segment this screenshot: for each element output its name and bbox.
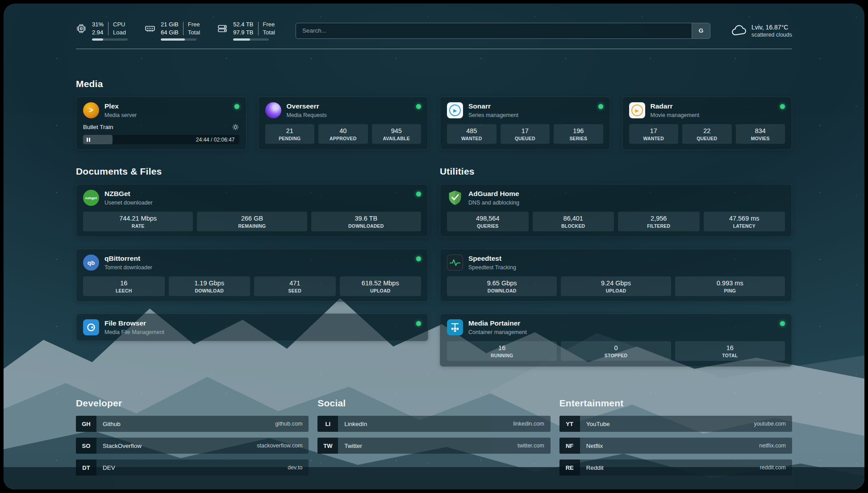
status-dot xyxy=(780,104,785,109)
card-sonarr: ▶ Sonarr Series management 485WANTED 17Q… xyxy=(440,96,610,150)
adguard-shield-icon xyxy=(447,190,463,206)
bookmark-abbr: GH xyxy=(76,416,96,432)
playback-progress-bar: 24:44 / 02:06:47 xyxy=(83,135,239,144)
stat-available: 945AVAILABLE xyxy=(372,124,421,144)
pause-button[interactable] xyxy=(87,138,90,142)
plex-now-playing: Bullet Train 24:44 / 02:06:47 xyxy=(83,123,239,144)
bookmark-abbr: NF xyxy=(559,438,580,454)
bookmark-abbr: YT xyxy=(559,416,580,432)
stat-leech: 16LEECH xyxy=(83,276,165,296)
filebrowser-icon xyxy=(83,319,99,335)
nzbget-app-link[interactable]: nzbget NZBGet Usenet downloader xyxy=(83,190,421,206)
speedtest-app-link[interactable]: Speedtest Speedtest Tracking xyxy=(447,255,785,271)
storage-label-top: Free xyxy=(263,21,275,29)
app-subtitle: Media Requests xyxy=(287,112,327,118)
cloud-icon xyxy=(731,24,747,38)
bookmark-name: YouTube xyxy=(580,416,754,432)
stat-download: 1.19 GbpsDOWNLOAD xyxy=(169,276,250,296)
bookmarks-social: Social LI LinkedIn linkedin.com TW Twitt… xyxy=(317,398,550,481)
stat-wanted: 17WANTED xyxy=(629,124,679,144)
overseerr-app-link[interactable]: Overseerr Media Requests xyxy=(265,102,421,118)
bookmark-youtube[interactable]: YT YouTube youtube.com xyxy=(559,416,792,432)
plex-app-link[interactable]: > Plex Media server xyxy=(83,102,239,118)
portainer-app-link[interactable]: Media Portainer Container management xyxy=(447,319,785,335)
cpu-percent: 31% xyxy=(92,21,104,29)
bookmark-url: netflix.com xyxy=(759,438,792,454)
weather-location: Lviv, 16.87°C xyxy=(751,24,792,31)
stat-approved: 40APPROVED xyxy=(318,124,368,144)
sonarr-app-link[interactable]: ▶ Sonarr Series management xyxy=(447,102,603,118)
bookmark-github[interactable]: GH Github github.com xyxy=(76,416,309,432)
bookmark-abbr: RE xyxy=(559,460,580,476)
dashboard-page: 31% 2.94 CPU Load xyxy=(4,4,864,489)
stat-remaining: 266 GBREMAINING xyxy=(197,212,307,231)
cpu-label-bottom: Load xyxy=(113,29,126,37)
bookmark-linkedin[interactable]: LI LinkedIn linkedin.com xyxy=(317,416,550,432)
section-title-documents: Documents & Files xyxy=(76,166,428,177)
bookmark-name: Twitter xyxy=(338,438,517,454)
section-documents: Documents & Files nzbget NZBGet Usenet d… xyxy=(76,166,428,367)
bookmark-netflix[interactable]: NF Netflix netflix.com xyxy=(559,438,792,454)
section-utilities: Utilities AdGuard Home xyxy=(440,166,792,367)
gear-icon[interactable] xyxy=(232,123,239,131)
stat-download: 9.65 GbpsDOWNLOAD xyxy=(447,276,557,296)
stat-latency: 47.569 msLATENCY xyxy=(704,212,785,231)
speedtest-pulse-icon xyxy=(447,255,463,271)
stat-queued: 22QUEUED xyxy=(682,124,732,144)
cpu-chip-icon xyxy=(76,23,87,34)
bookmark-dev[interactable]: DT DEV dev.to xyxy=(76,460,309,476)
bookmark-name: Reddit xyxy=(580,460,760,476)
now-playing-title: Bullet Train xyxy=(83,124,113,130)
storage-metric: 52.4 TB 97.9 TB Free Total xyxy=(217,21,275,41)
divider xyxy=(258,22,259,35)
adguard-app-link[interactable]: AdGuard Home DNS and adblocking xyxy=(447,190,785,206)
bookmark-name: StackOverflow xyxy=(96,438,257,454)
topbar-divider xyxy=(76,49,792,49)
app-name: Radarr xyxy=(651,102,700,111)
nzbget-icon: nzbget xyxy=(83,190,99,206)
bookmark-name: Netflix xyxy=(580,438,760,454)
status-dot xyxy=(416,192,421,196)
app-subtitle: Movie management xyxy=(651,112,700,118)
search-provider-button[interactable]: G xyxy=(692,23,710,39)
drive-icon xyxy=(217,23,228,34)
ram-icon xyxy=(145,23,155,34)
radarr-app-link[interactable]: ▶ Radarr Movie management xyxy=(629,102,785,118)
qbittorrent-app-link[interactable]: qb qBittorrent Torrent downloader xyxy=(83,255,421,271)
stat-filtered: 2,956FILTERED xyxy=(618,212,700,231)
app-name: Speedtest xyxy=(468,255,516,263)
card-adguard: AdGuard Home DNS and adblocking 498,564Q… xyxy=(440,184,792,237)
card-filebrowser: File Browser Media File Management xyxy=(76,313,428,341)
divider xyxy=(108,22,108,35)
bookmark-url: twitter.com xyxy=(517,438,551,454)
bookmark-twitter[interactable]: TW Twitter twitter.com xyxy=(317,438,550,454)
memory-free: 21 GiB xyxy=(161,21,179,29)
search-input[interactable] xyxy=(296,23,692,39)
section-title-developer: Developer xyxy=(76,398,309,409)
stat-stopped: 0STOPPED xyxy=(561,341,671,361)
bookmark-stackoverflow[interactable]: SO StackOverflow stackoverflow.com xyxy=(76,438,309,454)
cpu-load: 2.94 xyxy=(92,29,104,37)
storage-label-bottom: Total xyxy=(263,29,275,37)
stat-ping: 0.993 msPING xyxy=(675,276,785,296)
card-plex: > Plex Media server Bullet Train xyxy=(76,96,246,150)
card-portainer: Media Portainer Container management 16R… xyxy=(440,313,792,367)
bookmark-url: dev.to xyxy=(288,460,309,476)
cpu-progress-bar xyxy=(92,38,128,41)
app-subtitle: Media File Management xyxy=(104,329,164,335)
stat-rate: 744.21 MbpsRATE xyxy=(83,212,193,231)
stat-upload: 618.52 MbpsUPLOAD xyxy=(340,276,421,296)
bookmark-reddit[interactable]: RE Reddit reddit.com xyxy=(559,460,792,476)
stat-downloaded: 39.6 TBDOWNLOADED xyxy=(311,212,421,231)
memory-progress-bar xyxy=(161,38,196,41)
stat-total: 16TOTAL xyxy=(675,341,785,361)
overseerr-icon xyxy=(265,102,281,118)
portainer-crane-icon xyxy=(447,319,463,335)
card-radarr: ▶ Radarr Movie management 17WANTED 22QUE… xyxy=(622,96,793,150)
stat-pending: 21PENDING xyxy=(265,124,315,144)
screen-frame: 31% 2.94 CPU Load xyxy=(0,0,868,493)
app-name: File Browser xyxy=(104,319,164,328)
filebrowser-app-link[interactable]: File Browser Media File Management xyxy=(83,319,421,335)
app-name: AdGuard Home xyxy=(468,190,519,198)
card-overseerr: Overseerr Media Requests 21PENDING 40APP… xyxy=(258,96,429,150)
